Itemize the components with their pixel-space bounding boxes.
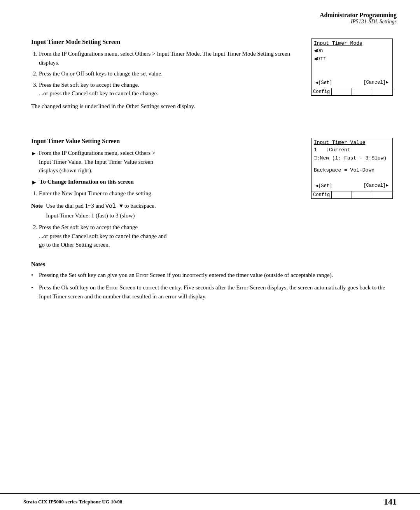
section2-screen-body: Input Timer Value 1 :Current □:New (1: F… bbox=[312, 138, 392, 191]
note-item-2: Press the Ok soft key on the Error Scree… bbox=[31, 283, 389, 301]
section1-softkeys: ◀[Set] [Cancel]► bbox=[314, 79, 390, 86]
section2-screen-column: Input Timer Value 1 :Current □:New (1: F… bbox=[311, 138, 397, 253]
section2-footer-c2 bbox=[332, 191, 352, 198]
section1-on-option: ◀On bbox=[314, 47, 323, 55]
section2-spacer2 bbox=[314, 174, 390, 182]
section1-steps: From the IP Configurations menu, select … bbox=[39, 49, 299, 98]
section2-cancel-key: [Cancel]► bbox=[352, 183, 388, 189]
section1-screen-column: Input Timer Mode ◀On ◀Off ◀[Set] [Cancel… bbox=[311, 39, 397, 118]
section1-off-option: ◀Off bbox=[314, 55, 326, 63]
section2-footer-c4 bbox=[372, 191, 392, 198]
section2-step1: Enter the New Input Timer to change the … bbox=[39, 189, 299, 198]
section1-step1: From the IP Configurations menu, select … bbox=[39, 49, 299, 67]
section1-footer-c2 bbox=[332, 88, 352, 95]
footer-left: Strata CIX IP5000-series Telephone UG 10… bbox=[23, 499, 122, 505]
section1-screen-row2: ◀Off bbox=[314, 55, 390, 63]
section1-screen-mockup: Input Timer Mode ◀On ◀Off ◀[Set] [Cancel… bbox=[311, 39, 393, 96]
section2-arrow-text: From the IP Configurations menu, select … bbox=[39, 149, 156, 175]
section2-screen-row1: 1 :Current bbox=[314, 146, 390, 154]
header: Administrator Programming IP5131-SDL Set… bbox=[0, 0, 420, 27]
header-subtitle: IP5131-SDL Settings bbox=[320, 19, 397, 25]
section1-screen-row1: ◀On bbox=[314, 47, 390, 55]
section1-footer-c4 bbox=[372, 88, 392, 95]
section2-screen-title: Input Timer Value bbox=[314, 140, 390, 145]
note-item-1: Pressing the Set soft key can give you a… bbox=[31, 271, 389, 280]
section2-backspace-text: Backspace = Vol-Down bbox=[314, 166, 374, 175]
section2-small-spacer bbox=[314, 163, 390, 166]
page: Administrator Programming IP5131-SDL Set… bbox=[0, 0, 420, 510]
section1-footer-row: Config bbox=[312, 88, 392, 95]
section1-spacer bbox=[314, 63, 390, 79]
section1-step3: Press the Set soft key to accept the cha… bbox=[39, 81, 299, 98]
section2-steps2: Press the Set soft key to accept the cha… bbox=[39, 223, 299, 249]
section2-backspace-row: Backspace = Vol-Down bbox=[314, 166, 390, 175]
section2-footer-row: Config bbox=[312, 191, 392, 198]
section2-note: Note Use the dial pad 1~3 and Vol ▼ to b… bbox=[31, 202, 299, 220]
section2-heading: Input Timer Value Setting Screen bbox=[31, 138, 299, 145]
section1-set-key: ◀[Set] bbox=[315, 80, 352, 86]
section1-heading: Input Timer Mode Setting Screen bbox=[31, 39, 299, 46]
footer-right: 141 bbox=[384, 497, 397, 507]
section2-set-key: ◀[Set] bbox=[315, 183, 352, 189]
section2-text: Input Timer Value Setting Screen ► From … bbox=[31, 138, 299, 253]
section1-footer-c3 bbox=[352, 88, 372, 95]
notes-heading: Notes bbox=[31, 261, 389, 268]
section2-screen-row2: □:New (1: Fast - 3:Slow) bbox=[314, 154, 390, 163]
section2-current-val: 1 :Current bbox=[314, 146, 350, 154]
header-right: Administrator Programming IP5131-SDL Set… bbox=[320, 12, 397, 25]
section2-content: Input Timer Value Setting Screen ► From … bbox=[0, 126, 420, 253]
section1-step2: Press the On or Off soft keys to change … bbox=[39, 69, 299, 78]
section2-arrow-item: ► From the IP Configurations menu, selec… bbox=[31, 149, 299, 175]
section2-note-text: Use the dial pad 1~3 and Vol ▼ to backsp… bbox=[46, 202, 156, 220]
notes-section: Notes Pressing the Set soft key can give… bbox=[0, 261, 420, 313]
section2-sub-heading: ► To Change Information on this screen bbox=[31, 178, 299, 186]
section2-sub-heading-text: To Change Information on this screen bbox=[40, 179, 134, 185]
section2-softkeys: ◀[Set] [Cancel]► bbox=[314, 182, 390, 189]
section2-steps: Enter the New Input Timer to change the … bbox=[39, 189, 299, 198]
section1-text: Input Timer Mode Setting Screen From the… bbox=[31, 39, 299, 118]
notes-list: Pressing the Set soft key can give you a… bbox=[31, 271, 389, 301]
header-title: Administrator Programming bbox=[320, 12, 397, 19]
section2-screen-mockup: Input Timer Value 1 :Current □:New (1: F… bbox=[311, 138, 393, 199]
section2-step2: Press the Set soft key to accept the cha… bbox=[39, 223, 299, 249]
section2-arrow-icon: ► bbox=[31, 149, 37, 158]
page-footer: Strata CIX IP5000-series Telephone UG 10… bbox=[0, 493, 420, 510]
section1-content: Input Timer Mode Setting Screen From the… bbox=[0, 27, 420, 118]
section1-screen-title: Input Timer Mode bbox=[314, 40, 390, 46]
section2-new-val: □:New (1: Fast - 3:Slow) bbox=[314, 154, 387, 163]
section2-note-label: Note bbox=[31, 202, 43, 220]
section1-cancel-key: [Cancel]► bbox=[352, 80, 388, 86]
section1-changed-text: The changed setting is underlined in the… bbox=[31, 102, 299, 111]
section1-footer-config: Config bbox=[312, 88, 332, 95]
section1-screen-body: Input Timer Mode ◀On ◀Off ◀[Set] [Cancel… bbox=[312, 39, 392, 88]
section2-footer-config: Config bbox=[312, 191, 332, 198]
section2-sub-arrow-icon: ► bbox=[31, 179, 37, 186]
section2-footer-c3 bbox=[352, 191, 372, 198]
